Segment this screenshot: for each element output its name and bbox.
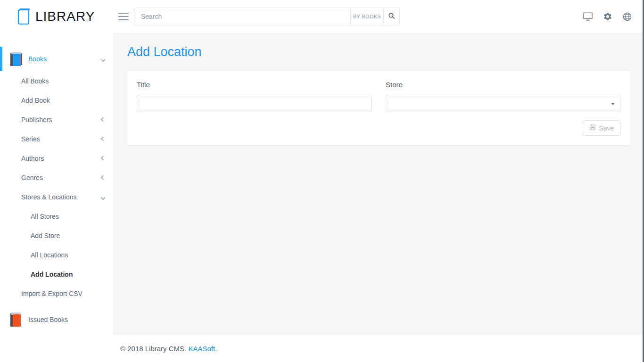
- sidebar-item-label: All Locations: [31, 251, 68, 259]
- sidebar-item-label: Issued Books: [28, 316, 68, 323]
- sidebar-item-label: All Books: [21, 77, 49, 85]
- sidebar-item-issued-books[interactable]: Issued Books: [0, 307, 113, 332]
- sidebar-item-all-locations[interactable]: All Locations: [0, 245, 113, 264]
- sidebar-item-label: Authors: [21, 155, 44, 162]
- sidebar-item-label: Publishers: [21, 116, 52, 123]
- header-actions: [583, 12, 644, 22]
- sidebar-item-add-location[interactable]: Add Location: [0, 264, 113, 284]
- chevron-left-icon: [101, 156, 106, 161]
- chevron-down-icon: [101, 58, 106, 62]
- settings-gear-icon[interactable]: [603, 12, 612, 21]
- logo-text: LIBRARY: [35, 9, 95, 24]
- title-input[interactable]: [137, 95, 372, 112]
- store-select[interactable]: [386, 95, 620, 112]
- page-footer: © 2018 Library CMS. KAASoft .: [113, 335, 644, 362]
- magnifier-icon: [388, 12, 396, 21]
- kaasoft-link[interactable]: KAASoft: [188, 345, 215, 353]
- hamburger-menu-icon[interactable]: [118, 13, 129, 20]
- save-button[interactable]: Save: [583, 120, 620, 136]
- sidebar-item-label: Import & Export CSV: [21, 290, 83, 297]
- globe-icon[interactable]: [622, 12, 632, 22]
- main-area: Add Location Title Store: [113, 33, 644, 362]
- chevron-left-icon: [101, 175, 106, 180]
- select-caret-icon: [611, 103, 615, 105]
- orange-book-icon: [10, 313, 23, 327]
- sidebar-item-authors[interactable]: Authors: [0, 148, 113, 168]
- footer-suffix: .: [215, 345, 217, 353]
- store-field-label: Store: [386, 81, 620, 89]
- copyright-text: © 2018 Library CMS.: [120, 345, 186, 353]
- page-title: Add Location: [127, 45, 630, 59]
- sidebar-item-publishers[interactable]: Publishers: [0, 110, 113, 129]
- search-input[interactable]: [134, 8, 350, 25]
- sidebar-item-label: All Stores: [31, 213, 59, 220]
- app-logo[interactable]: LIBRARY: [0, 0, 113, 33]
- chevron-left-icon: [101, 137, 106, 141]
- save-button-label: Save: [599, 124, 614, 132]
- sidebar-item-add-book[interactable]: Add Book: [0, 90, 113, 110]
- sidebar-item-import-export-csv[interactable]: Import & Export CSV: [0, 284, 113, 303]
- display-icon[interactable]: [583, 12, 593, 21]
- sidebar-item-label: Stores & Locations: [21, 193, 77, 201]
- content-area: Add Location Title Store: [113, 33, 644, 335]
- sidebar-item-label: Add Location: [31, 271, 73, 278]
- sidebar-item-label: Add Store: [31, 232, 60, 239]
- search-submit-button[interactable]: [383, 8, 399, 25]
- title-field-label: Title: [137, 81, 372, 89]
- sidebar-item-books[interactable]: Books: [0, 47, 113, 71]
- sidebar-item-label: Add Book: [21, 97, 50, 104]
- book-outline-icon: [15, 6, 32, 27]
- sidebar-item-series[interactable]: Series: [0, 129, 113, 148]
- sidebar-nav: Books All Books Add Book Publishers Seri…: [0, 33, 113, 362]
- sidebar-item-label: Genres: [21, 174, 43, 181]
- sidebar-item-label: Series: [21, 135, 40, 143]
- add-location-form-card: Title Store: [127, 71, 630, 145]
- sidebar-item-label: Books: [28, 55, 47, 63]
- sidebar-item-all-books[interactable]: All Books: [0, 71, 113, 90]
- search-scope-button[interactable]: BY BOOKS: [350, 8, 383, 25]
- sidebar-item-stores-locations[interactable]: Stores & Locations: [0, 187, 113, 206]
- search-bar: BY BOOKS: [134, 8, 400, 25]
- sidebar-item-add-store[interactable]: Add Store: [0, 226, 113, 245]
- sidebar-item-genres[interactable]: Genres: [0, 168, 113, 187]
- floppy-disk-icon: [589, 124, 596, 132]
- top-header: LIBRARY BY BOOKS: [0, 0, 644, 33]
- sidebar-item-all-stores[interactable]: All Stores: [0, 206, 113, 226]
- chevron-down-icon: [101, 196, 106, 200]
- blue-book-icon: [10, 52, 23, 66]
- chevron-left-icon: [101, 117, 106, 122]
